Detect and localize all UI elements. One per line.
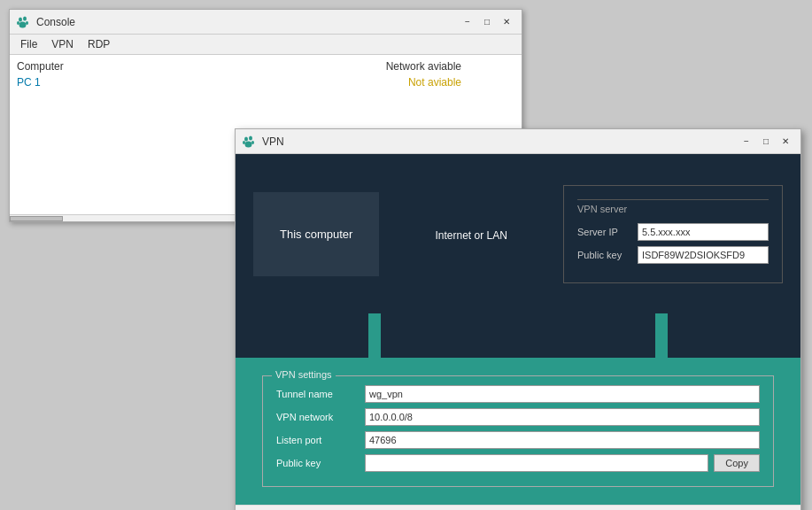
pc-status: Not aviable (239, 76, 514, 89)
bottom-connectors (236, 313, 800, 358)
vpn-close-btn[interactable]: ✕ (777, 134, 793, 150)
console-window-controls: − □ ✕ (460, 14, 514, 30)
server-public-key-field: Public key (577, 246, 769, 264)
console-maximize-btn[interactable]: □ (479, 14, 495, 30)
pc-name: PC 1 (17, 76, 239, 89)
svg-point-9 (245, 141, 252, 147)
vpn-network-label: VPN network (276, 412, 356, 422)
network-diagram: This computer Internet or LAN VPN server… (236, 154, 800, 313)
left-connector-bar (368, 313, 381, 358)
console-table-header: Computer Network aviable (13, 58, 518, 74)
vpn-app-icon (243, 135, 257, 148)
this-computer-label: This computer (280, 228, 352, 241)
settings-legend: VPN settings (272, 369, 336, 380)
tunnel-name-field: Tunnel name (276, 385, 760, 403)
server-public-key-input[interactable] (638, 246, 769, 264)
console-close-btn[interactable]: ✕ (499, 14, 514, 30)
svg-point-3 (26, 21, 28, 25)
svg-point-5 (244, 136, 248, 141)
server-ip-input[interactable] (638, 223, 769, 241)
svg-point-8 (251, 141, 254, 144)
vpn-server-box: VPN server Server IP Public key (563, 185, 783, 283)
vpn-network-field: VPN network (276, 408, 760, 426)
public-key-field: Public key Copy (276, 454, 760, 472)
vpn-settings-box: VPN settings Tunnel name VPN network Lis… (262, 375, 774, 487)
server-ip-label: Server IP (577, 227, 630, 237)
public-key-label: Public key (276, 458, 356, 468)
svg-point-1 (23, 16, 27, 20)
public-key-row: Copy (365, 454, 760, 472)
svg-point-4 (19, 21, 27, 27)
svg-point-6 (249, 135, 252, 140)
right-connector-bar (655, 313, 668, 358)
tunnel-name-input[interactable] (365, 385, 760, 403)
vpn-titlebar-left: VPN (243, 135, 284, 148)
vpn-maximize-btn[interactable]: □ (758, 134, 774, 150)
listen-port-label: Listen port (276, 435, 356, 445)
vpn-minimize-btn[interactable]: − (739, 134, 754, 150)
vpn-titlebar: VPN − □ ✕ (236, 129, 800, 154)
vpn-footer: Save (236, 505, 800, 510)
diagram-center: Internet or LAN (379, 226, 563, 242)
vpn-network-input[interactable] (365, 408, 760, 426)
tunnel-name-label: Tunnel name (276, 389, 356, 399)
this-computer-box: This computer (253, 192, 379, 276)
vpn-window: VPN − □ ✕ This computer Internet or LAN … (235, 128, 801, 510)
console-menubar: File VPN RDP (10, 35, 522, 55)
vpn-window-controls: − □ ✕ (739, 134, 793, 150)
console-scroll-thumb[interactable] (10, 216, 63, 221)
server-ip-field: Server IP (577, 223, 769, 241)
header-network: Network aviable (239, 60, 514, 73)
svg-point-2 (17, 21, 19, 25)
vpn-server-legend: VPN server (577, 199, 769, 214)
server-public-key-label: Public key (577, 250, 630, 260)
listen-port-field: Listen port (276, 431, 760, 449)
public-key-input[interactable] (365, 454, 708, 472)
copy-button[interactable]: Copy (714, 454, 760, 472)
listen-port-input[interactable] (365, 431, 760, 449)
menu-vpn[interactable]: VPN (44, 36, 81, 52)
vpn-settings-area: VPN settings Tunnel name VPN network Lis… (236, 358, 800, 505)
console-app-icon (17, 16, 31, 28)
console-titlebar: Console − □ ✕ (10, 10, 522, 35)
table-row[interactable]: PC 1 Not aviable (13, 74, 518, 90)
titlebar-left: Console (17, 16, 75, 28)
svg-point-7 (243, 141, 245, 144)
internet-label: Internet or LAN (436, 229, 507, 242)
vpn-title: VPN (262, 135, 284, 148)
menu-rdp[interactable]: RDP (81, 36, 117, 52)
header-computer: Computer (17, 60, 239, 73)
console-title: Console (36, 16, 75, 28)
console-minimize-btn[interactable]: − (460, 14, 476, 30)
menu-file[interactable]: File (13, 36, 44, 52)
svg-point-0 (19, 17, 22, 21)
